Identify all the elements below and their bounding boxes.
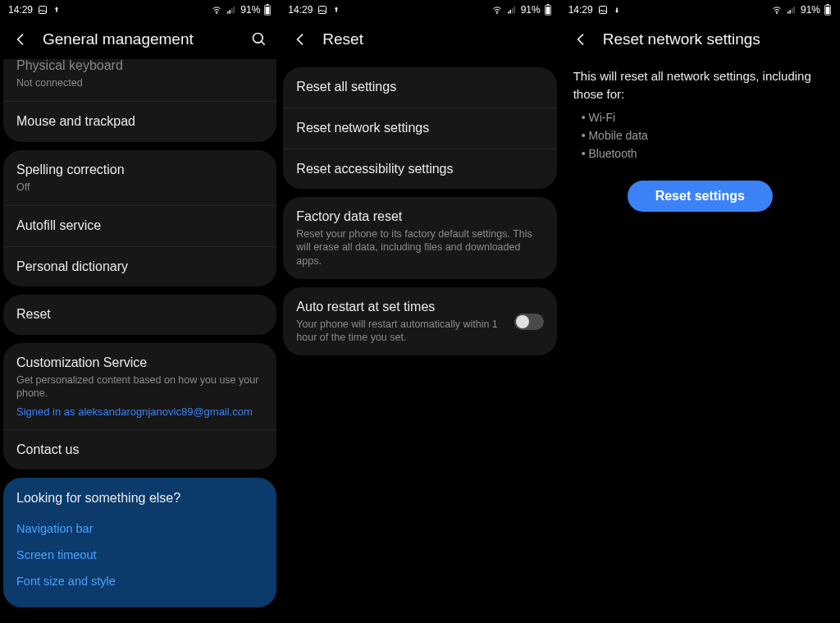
row-autofill-service[interactable]: Autofill service	[3, 205, 276, 246]
row-label: Auto restart at set times	[296, 299, 505, 316]
search-icon[interactable]	[250, 30, 268, 48]
settings-card: Spelling correction Off Autofill service…	[3, 150, 276, 287]
row-sublabel: Your phone will restart automatically wi…	[296, 318, 505, 345]
svg-rect-4	[231, 8, 233, 14]
svg-rect-13	[509, 10, 511, 14]
suggestion-font-size-style[interactable]: Font size and style	[16, 568, 263, 594]
svg-rect-18	[546, 7, 550, 14]
upload-icon	[332, 5, 340, 15]
pane-reset-network-settings: 14:29 91%	[560, 0, 840, 623]
row-label: Spelling correction	[16, 162, 263, 179]
row-physical-keyboard[interactable]: Physical keyboard Not connected	[3, 59, 276, 101]
status-time: 14:29	[288, 4, 313, 16]
row-sublabel: Not connected	[16, 76, 263, 89]
row-label: Mouse and trackpad	[16, 113, 263, 131]
settings-card: Reset	[3, 295, 276, 335]
back-icon[interactable]	[291, 30, 309, 48]
svg-rect-12	[508, 11, 509, 14]
row-label: Reset network settings	[296, 120, 543, 137]
svg-rect-15	[514, 7, 515, 14]
status-bar: 14:29 91%	[0, 0, 280, 20]
image-icon	[317, 5, 327, 15]
svg-rect-5	[234, 7, 235, 14]
row-label: Reset	[16, 306, 263, 323]
title-bar: General management	[0, 20, 280, 59]
status-battery-text: 91%	[240, 4, 260, 16]
signal-icon	[786, 5, 797, 15]
back-icon[interactable]	[11, 30, 30, 48]
svg-point-1	[217, 13, 217, 14]
row-customization-service[interactable]: Customization Service Get personalized c…	[3, 343, 276, 428]
svg-rect-19	[599, 7, 606, 14]
row-reset-accessibility-settings[interactable]: Reset accessibility settings	[283, 149, 556, 190]
row-sublabel: Reset your phone to its factory default …	[296, 227, 543, 268]
svg-point-9	[253, 34, 263, 44]
settings-card: Customization Service Get personalized c…	[3, 343, 276, 470]
reset-network-content: This will reset all network settings, in…	[560, 59, 840, 220]
signal-icon	[226, 5, 237, 15]
row-label: Factory data reset	[296, 208, 543, 226]
row-label: Personal dictionary	[16, 259, 263, 276]
title-bar: Reset	[280, 20, 559, 59]
row-auto-restart[interactable]: Auto restart at set times Your phone wil…	[283, 287, 556, 355]
row-sublabel: Get personalized content based on how yo…	[16, 373, 263, 401]
svg-point-11	[496, 13, 497, 14]
suggestion-heading: Looking for something else?	[16, 491, 263, 506]
page-title: General management	[43, 30, 194, 48]
reset-network-description: This will reset all network settings, in…	[573, 67, 827, 103]
status-time: 14:29	[8, 4, 33, 16]
status-bar: 14:29 91%	[560, 0, 840, 20]
row-label: Reset all settings	[296, 79, 543, 96]
wifi-icon	[211, 5, 222, 15]
svg-rect-3	[230, 10, 231, 14]
svg-point-20	[776, 13, 777, 14]
auto-restart-toggle[interactable]	[514, 314, 544, 330]
title-bar: Reset network settings	[560, 20, 840, 59]
svg-rect-2	[227, 11, 229, 14]
status-battery-text: 91%	[521, 4, 541, 16]
upload-icon	[52, 5, 61, 15]
svg-rect-22	[789, 10, 791, 14]
wifi-icon	[491, 5, 503, 15]
page-title: Reset network settings	[603, 30, 760, 48]
row-reset-network-settings[interactable]: Reset network settings	[283, 108, 556, 149]
status-bar: 14:29 91%	[280, 0, 559, 20]
row-label: Physical keyboard	[16, 59, 263, 75]
download-icon	[613, 5, 621, 15]
suggestion-navigation-bar[interactable]: Navigation bar	[16, 515, 263, 542]
svg-rect-27	[826, 7, 830, 14]
svg-rect-21	[788, 11, 789, 14]
reset-settings-button[interactable]: Reset settings	[628, 181, 773, 212]
image-icon	[598, 5, 608, 15]
status-battery-text: 91%	[801, 4, 820, 16]
bullet-bluetooth: Bluetooth	[582, 144, 827, 163]
reset-network-bullets: Wi-Fi Mobile data Bluetooth	[573, 103, 827, 163]
bullet-wifi: Wi-Fi	[582, 108, 827, 126]
svg-rect-8	[266, 7, 270, 14]
page-title: Reset	[322, 30, 363, 48]
status-time: 14:29	[568, 4, 593, 16]
bullet-mobile-data: Mobile data	[582, 126, 827, 144]
row-label: Reset accessibility settings	[296, 161, 543, 178]
row-link[interactable]: Signed in as aleksandarognjanovic89@gmai…	[16, 405, 263, 418]
row-mouse-trackpad[interactable]: Mouse and trackpad	[3, 101, 276, 142]
back-icon[interactable]	[572, 30, 590, 48]
pane-reset: 14:29 91%	[280, 0, 559, 623]
wifi-icon	[771, 5, 783, 15]
settings-card: Auto restart at set times Your phone wil…	[283, 287, 556, 355]
row-reset-all-settings[interactable]: Reset all settings	[283, 67, 556, 108]
row-personal-dictionary[interactable]: Personal dictionary	[3, 246, 276, 287]
settings-card: Factory data reset Reset your phone to i…	[283, 197, 556, 279]
suggestion-card: Looking for something else? Navigation b…	[3, 478, 276, 607]
row-spelling-correction[interactable]: Spelling correction Off	[3, 150, 276, 205]
row-label: Contact us	[16, 442, 263, 459]
svg-rect-24	[793, 7, 795, 14]
battery-icon	[544, 4, 552, 16]
row-contact-us[interactable]: Contact us	[3, 429, 276, 470]
image-icon	[38, 5, 48, 15]
row-reset[interactable]: Reset	[3, 295, 276, 335]
pane-general-management: 14:29 91%	[0, 0, 280, 623]
row-factory-data-reset[interactable]: Factory data reset Reset your phone to i…	[283, 197, 556, 279]
row-label: Autofill service	[16, 218, 263, 235]
suggestion-screen-timeout[interactable]: Screen timeout	[16, 542, 263, 568]
